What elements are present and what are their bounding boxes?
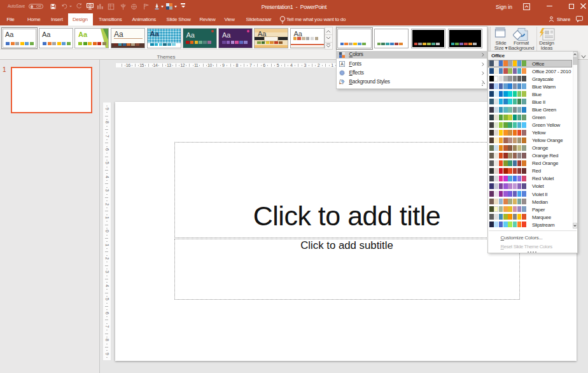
svg-text:A: A: [340, 62, 344, 66]
